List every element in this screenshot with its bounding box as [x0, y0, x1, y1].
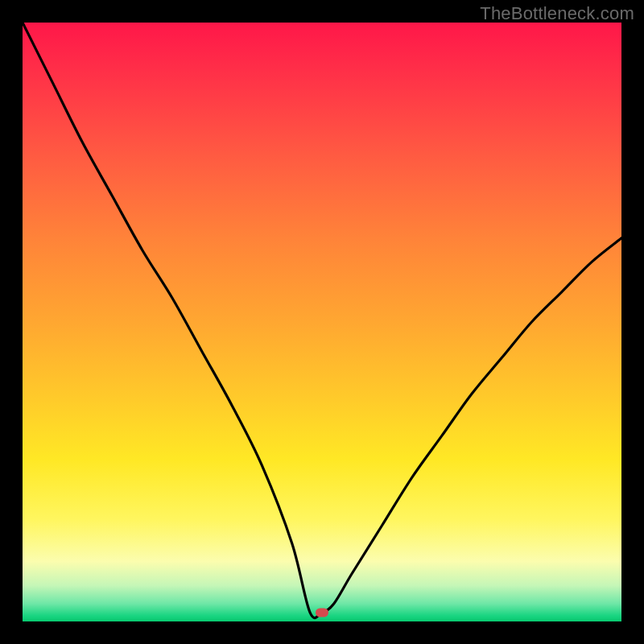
- optimal-point-marker: [316, 608, 328, 617]
- bottleneck-curve: [23, 23, 621, 621]
- watermark-text: TheBottleneck.com: [480, 3, 634, 24]
- curve-path: [23, 23, 621, 618]
- chart-frame: TheBottleneck.com: [0, 0, 644, 644]
- plot-area: [23, 23, 621, 621]
